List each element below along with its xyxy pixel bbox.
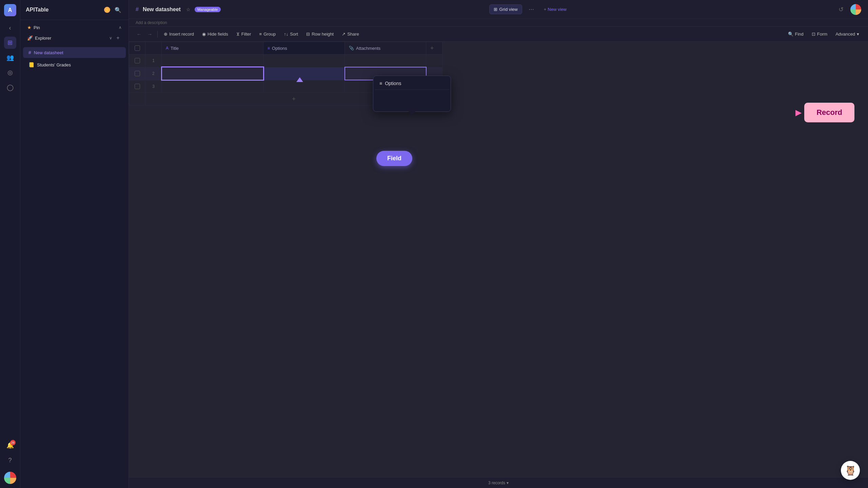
records-count[interactable]: 3 records ▾ bbox=[488, 481, 509, 485]
row1-title-cell[interactable] bbox=[162, 55, 263, 67]
row3-num-cell: 3 bbox=[145, 80, 162, 93]
col-checkbox-header bbox=[129, 42, 145, 55]
shield-icon-btn[interactable]: ◯ bbox=[4, 81, 16, 94]
row3-options-cell[interactable] bbox=[263, 80, 345, 93]
record-btn-wrapper: ▶ Record bbox=[795, 103, 854, 122]
users-icon-btn[interactable]: 👥 bbox=[4, 52, 16, 64]
col-attachments-header[interactable]: 📎 Attachments bbox=[345, 42, 426, 55]
sidebar-header: APITable ⚡ 🔍 bbox=[20, 0, 129, 20]
new-view-btn[interactable]: + New view bbox=[540, 5, 570, 14]
options-popup-body bbox=[375, 90, 449, 110]
users-icon: 👥 bbox=[6, 54, 14, 61]
row2-title-cell[interactable] bbox=[162, 67, 263, 80]
row-height-icon: ⊟ bbox=[306, 32, 310, 37]
record-play-icon: ▶ bbox=[795, 108, 802, 117]
col-rownum-header bbox=[145, 42, 162, 55]
row1-checkbox[interactable] bbox=[135, 58, 140, 63]
form-icon: ⊡ bbox=[812, 32, 815, 37]
help-btn[interactable]: ? bbox=[4, 454, 16, 466]
grid-view-label: Grid view bbox=[499, 7, 518, 12]
records-count-text: 3 records bbox=[488, 481, 505, 485]
col-title-header[interactable]: A Title bbox=[162, 42, 263, 55]
filter-icon: ⊻ bbox=[236, 32, 240, 37]
field-badge[interactable]: Field bbox=[376, 151, 412, 166]
row1-extra-cell bbox=[426, 55, 442, 67]
advanced-btn[interactable]: Advanced ▾ bbox=[832, 30, 863, 38]
user-avatar-btn[interactable] bbox=[850, 4, 861, 15]
row2-checkbox-cell[interactable] bbox=[129, 67, 145, 80]
insert-icon: ⊕ bbox=[164, 32, 167, 37]
row2-options-cell[interactable] bbox=[263, 67, 345, 80]
col-options-header[interactable]: ≡ Options bbox=[263, 42, 345, 55]
table-view-icon-btn[interactable]: ⊞ bbox=[4, 37, 16, 49]
sidebar-item-label-students-grades: Students' Grades bbox=[37, 62, 71, 67]
row3-checkbox-cell[interactable] bbox=[129, 80, 145, 93]
explorer-chevron-icon: ∨ bbox=[109, 36, 112, 40]
hide-label: Hide fields bbox=[208, 32, 228, 37]
sidebar-item-label-new-datasheet: New datasheet bbox=[34, 50, 63, 55]
back-btn[interactable]: ← bbox=[134, 29, 144, 39]
row3-title-cell[interactable] bbox=[162, 80, 263, 93]
notifications-btn[interactable]: 🔔 29 bbox=[4, 439, 16, 451]
explorer-icon: 🚀 bbox=[27, 35, 33, 41]
compass-icon-btn[interactable]: ◎ bbox=[4, 66, 16, 79]
pin-section-row[interactable]: ★ Pin ∧ bbox=[24, 23, 124, 32]
table-wrapper: A Title ≡ Options 📎 bbox=[129, 42, 868, 477]
row3-checkbox[interactable] bbox=[135, 84, 140, 89]
pin-star-icon: ★ bbox=[27, 25, 32, 30]
row1-options-cell[interactable] bbox=[263, 55, 345, 67]
explorer-row[interactable]: 🚀 Explorer ∨ + bbox=[24, 32, 124, 44]
filter-btn[interactable]: ⊻ Filter bbox=[233, 30, 255, 38]
find-label: Find bbox=[795, 32, 804, 37]
row2-checkbox[interactable] bbox=[135, 71, 140, 76]
notification-badge: 29 bbox=[10, 440, 16, 445]
content-area: # New datasheet ☆ Manageable ⊞ Grid view… bbox=[129, 0, 868, 488]
plus-icon: + bbox=[544, 7, 547, 12]
title-col-label: Title bbox=[171, 46, 179, 51]
share-btn[interactable]: ↗ Share bbox=[338, 30, 362, 38]
row-height-btn[interactable]: ⊟ Row height bbox=[303, 30, 337, 38]
find-btn[interactable]: 🔍 Find bbox=[785, 30, 807, 38]
avatar[interactable]: A bbox=[4, 4, 16, 16]
row1-number: 1 bbox=[148, 58, 159, 63]
col-add-header[interactable]: + bbox=[426, 42, 442, 55]
bot-icon-btn[interactable]: 🦉 bbox=[841, 461, 860, 480]
options-popup-header: ≡ Options bbox=[375, 77, 449, 90]
record-btn[interactable]: Record bbox=[804, 103, 854, 122]
insert-record-btn[interactable]: ⊕ Insert record bbox=[160, 30, 197, 38]
group-btn[interactable]: ≡ Group bbox=[256, 30, 279, 38]
field-badge-wrapper: Field bbox=[376, 151, 412, 166]
form-btn[interactable]: ⊡ Form bbox=[808, 30, 831, 38]
sidebar-item-new-datasheet[interactable]: # New datasheet bbox=[23, 47, 126, 58]
grid-view-btn[interactable]: ⊞ Grid view bbox=[489, 4, 522, 14]
back-icon: ← bbox=[137, 32, 141, 37]
hide-fields-btn[interactable]: ◉ Hide fields bbox=[199, 30, 232, 38]
grid-view-icon: ⊞ bbox=[494, 7, 497, 12]
icon-rail: A ‹ ⊞ 👥 ◎ ◯ 🔔 29 ? bbox=[0, 0, 20, 488]
options-popup-icon: ≡ bbox=[379, 81, 382, 86]
sort-btn[interactable]: ↑↓ Sort bbox=[280, 30, 301, 38]
forward-btn[interactable]: → bbox=[145, 29, 155, 39]
view-more-btn[interactable]: ⋯ bbox=[526, 4, 536, 15]
row1-checkbox-cell[interactable] bbox=[129, 55, 145, 67]
sort-label: Sort bbox=[290, 32, 298, 37]
collapse-sidebar-btn[interactable]: ‹ bbox=[4, 22, 16, 34]
title-star-icon[interactable]: ☆ bbox=[186, 7, 191, 12]
advanced-arrow-icon: ▾ bbox=[857, 32, 859, 37]
table-row: 1 bbox=[129, 55, 442, 67]
sort-icon: ↑↓ bbox=[284, 32, 288, 37]
sidebar-item-students-grades[interactable]: 📒 Students' Grades bbox=[23, 59, 126, 70]
add-sheet-btn[interactable]: + bbox=[114, 34, 122, 42]
insert-label: Insert record bbox=[169, 32, 194, 37]
row-height-label: Row height bbox=[312, 32, 334, 37]
row1-attachments-cell[interactable] bbox=[345, 55, 426, 67]
sidebar-search-btn[interactable]: 🔍 bbox=[113, 5, 123, 15]
select-all-checkbox[interactable] bbox=[135, 45, 140, 51]
recents-icon-btn[interactable]: ↺ bbox=[839, 6, 844, 13]
description-text[interactable]: Add a description bbox=[136, 20, 167, 25]
add-col-btn[interactable]: + bbox=[430, 45, 434, 52]
app-name: APITable bbox=[26, 7, 101, 13]
explorer-label: Explorer bbox=[35, 36, 107, 41]
sheet-icon: # bbox=[136, 6, 139, 13]
row2-number: 2 bbox=[148, 71, 159, 76]
